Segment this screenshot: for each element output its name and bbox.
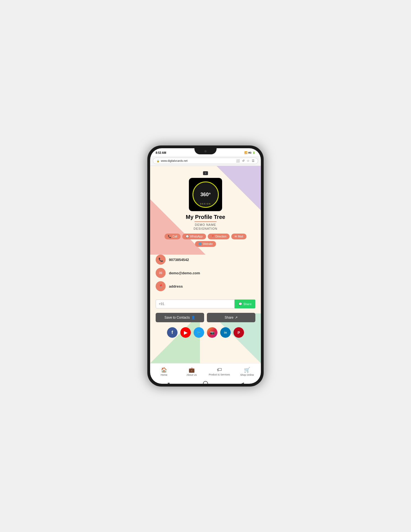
network-type: 4G [248, 151, 251, 154]
whatsapp-button[interactable]: 💬 WhatsApp [182, 234, 206, 239]
signal-icon: 📶 [244, 151, 247, 154]
call-button[interactable]: 📞 Call [165, 234, 180, 239]
demo-name: DEMO NAME [154, 223, 257, 226]
tab-icon[interactable]: ⬜ [236, 159, 240, 163]
email-address[interactable]: demo@demo.com [169, 271, 200, 275]
android-nav-bar: ■ ◀ [150, 379, 261, 384]
whatsapp-icon: 💬 [186, 235, 189, 238]
phone-number[interactable]: 9073854542 [169, 258, 189, 262]
url-text: www.digitalvcards.net [161, 159, 187, 162]
lock-icon: 🔒 [156, 160, 160, 162]
share-icon: ↗ [235, 316, 238, 319]
bottom-navigation: 🏠 Home 💼 About Us 🏷 Product & Services 🛒… [150, 363, 261, 379]
nav-home[interactable]: 🏠 Home [150, 367, 178, 376]
company-logo: DESIGN [189, 178, 222, 211]
logo-circle: DESIGN [192, 181, 219, 208]
location-icon-circle[interactable]: 📍 [156, 281, 166, 291]
share-input-section: 💬 Share [150, 297, 261, 311]
nav-products[interactable]: 🏷 Product & Services [206, 367, 233, 376]
shop-nav-icon: 🛒 [244, 367, 250, 373]
phone-notch [194, 148, 217, 154]
contact-section: 📞 9073854542 ✉ demo@demo.com 📍 address [150, 252, 261, 297]
browser-toolbar: 🔒 www.digitalvcards.net ⬜ ↺ ☆ ☰ [150, 156, 261, 166]
camera [204, 150, 207, 152]
android-back-arrow[interactable]: ◀ [240, 381, 245, 384]
web-content: i DESIGN My Profile Tree DEMO NAME DESIG… [150, 166, 261, 363]
main-action-buttons: Save to Contacts 👤 Share ↗ [150, 311, 261, 324]
address-bar[interactable]: 🔒 www.digitalvcards.net ⬜ ↺ ☆ ☰ [153, 158, 258, 164]
phone-icon-circle[interactable]: 📞 [156, 255, 166, 265]
status-icons: 📶 4G 🔋 [244, 151, 255, 154]
menu-icon[interactable]: ☰ [252, 159, 255, 163]
profile-name: My Profile Tree [154, 214, 257, 220]
linkedin-icon[interactable]: in [220, 327, 231, 338]
android-back-btn[interactable]: ■ [166, 381, 171, 384]
save-icon: 👤 [191, 316, 195, 319]
pinterest-icon[interactable]: P [233, 327, 244, 338]
nav-about[interactable]: 💼 About Us [178, 367, 206, 376]
info-badge[interactable]: i [203, 171, 208, 175]
star-icon[interactable]: ☆ [247, 159, 250, 163]
mail-icon: ✉ [235, 235, 237, 238]
about-nav-icon: 💼 [189, 367, 195, 373]
home-nav-label: Home [161, 374, 167, 376]
address-text[interactable]: address [169, 284, 183, 288]
save-contacts-button[interactable]: Save to Contacts 👤 [156, 313, 204, 322]
phone-share-input[interactable] [156, 300, 235, 308]
phone-contact-item: 📞 9073854542 [156, 255, 255, 265]
share-button[interactable]: Share ↗ [207, 313, 255, 322]
email-contact-item: ✉ demo@demo.com [156, 268, 255, 278]
facebook-icon[interactable]: f [167, 327, 178, 338]
direction-icon: 📍 [211, 235, 214, 238]
nav-shop[interactable]: 🛒 Shop Online [233, 367, 261, 376]
instagram-icon[interactable]: 📷 [207, 327, 217, 338]
mail-button[interactable]: ✉ Mail [231, 234, 246, 239]
email-icon-circle[interactable]: ✉ [156, 268, 166, 278]
android-home-btn[interactable] [203, 381, 208, 384]
phone-frame: 8:53 AM 📶 4G 🔋 🔒 www.digitalvcards.net ⬜… [147, 145, 264, 387]
shop-nav-label: Shop Online [240, 374, 254, 376]
direction-button[interactable]: 📍 Direction [208, 234, 230, 239]
twitter-icon[interactable]: 🐦 [194, 327, 204, 338]
home-nav-icon: 🏠 [161, 367, 167, 373]
action-buttons-row: 📞 Call 💬 WhatsApp 📍 Direction ✉ Mail [154, 234, 257, 247]
address-contact-item: 📍 address [156, 281, 255, 291]
battery-icon: 🔋 [252, 151, 255, 154]
about-nav-label: About Us [186, 374, 197, 376]
website-button[interactable]: 🌐 Website [195, 241, 216, 247]
social-icons-section: f ▶ 🐦 📷 in P [150, 324, 261, 342]
products-nav-label: Product & Services [209, 373, 230, 376]
phone-screen: 8:53 AM 📶 4G 🔋 🔒 www.digitalvcards.net ⬜… [150, 148, 261, 384]
whatsapp-share-button[interactable]: 💬 Share [235, 300, 255, 308]
whatsapp-share-icon: 💬 [238, 302, 242, 306]
call-icon: 📞 [168, 235, 171, 238]
name-divider [194, 221, 217, 222]
products-nav-icon: 🏷 [217, 367, 222, 373]
designation: DESIGNATION [154, 227, 257, 230]
youtube-icon[interactable]: ▶ [180, 327, 191, 338]
website-icon: 🌐 [198, 242, 202, 245]
time-display: 8:53 AM [156, 151, 166, 154]
logo-subtitle: DESIGN [200, 203, 211, 205]
reload-icon[interactable]: ↺ [242, 159, 245, 163]
profile-section: i DESIGN My Profile Tree DEMO NAME DESIG… [150, 166, 261, 252]
